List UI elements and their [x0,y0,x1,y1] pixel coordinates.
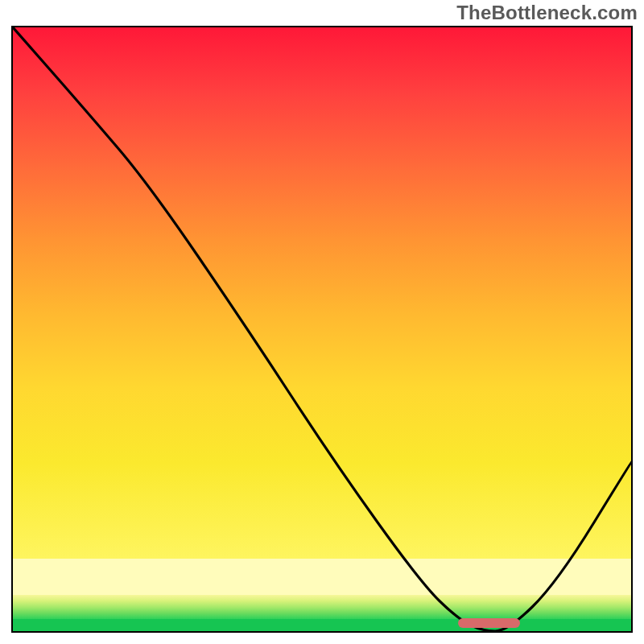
plot-area [11,26,633,633]
optimal-marker [458,618,520,628]
bottleneck-curve [13,27,631,631]
watermark-text: TheBottleneck.com [456,2,638,24]
chart-frame: TheBottleneck.com [0,0,644,644]
